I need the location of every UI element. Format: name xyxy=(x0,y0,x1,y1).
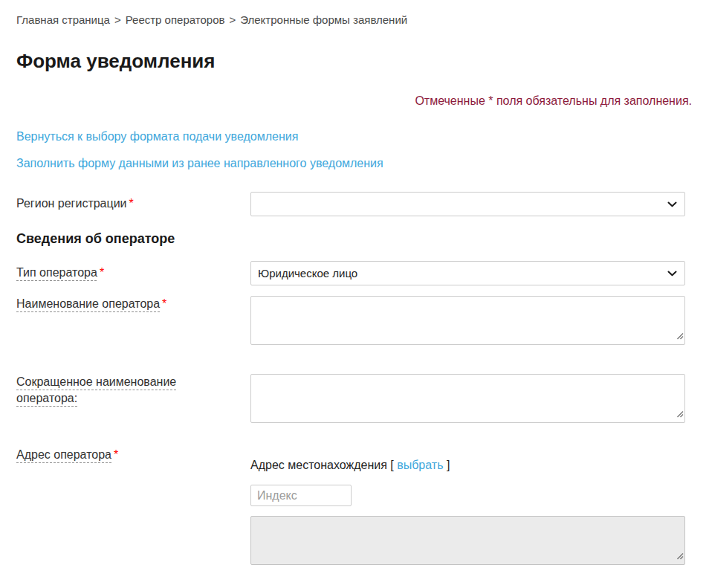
back-to-format-link[interactable]: Вернуться к выбору формата подачи уведом… xyxy=(16,129,298,144)
breadcrumb: Главная страница>Реестр операторов>Элект… xyxy=(16,13,692,28)
fill-from-previous-link[interactable]: Заполнить форму данными из ранее направл… xyxy=(16,156,383,171)
required-asterisk: * xyxy=(100,266,104,279)
required-fields-note: Отмеченные * поля обязательны для заполн… xyxy=(16,94,692,109)
required-asterisk: * xyxy=(162,297,166,310)
operator-name-label: Наименование оператора* xyxy=(16,296,250,312)
breadcrumb-electronic-forms[interactable]: Электронные формы заявлений xyxy=(240,13,407,26)
operator-name-textarea[interactable] xyxy=(250,296,685,345)
location-address-line: Адрес местонахождения [ выбрать ] xyxy=(250,458,685,473)
breadcrumb-separator: > xyxy=(229,13,236,26)
region-label: Регион регистрации* xyxy=(16,192,250,212)
operator-type-select[interactable]: Юридическое лицо xyxy=(250,261,685,285)
breadcrumb-separator: > xyxy=(114,13,121,26)
required-asterisk: * xyxy=(114,448,118,461)
address-readonly-textarea xyxy=(250,516,685,565)
region-select[interactable] xyxy=(250,192,685,216)
required-asterisk: * xyxy=(129,197,134,210)
operator-address-row: Адрес оператора* Адрес местонахождения [… xyxy=(16,447,692,565)
notification-form-page: Главная страница>Реестр операторов>Элект… xyxy=(0,0,709,587)
operator-section-title: Сведения об операторе xyxy=(16,230,692,247)
postal-code-input[interactable] xyxy=(250,485,352,506)
chevron-down-icon xyxy=(667,201,677,207)
choose-bracket-close: ] xyxy=(447,459,450,471)
operator-short-name-label: Сокращенное наименование оператора: xyxy=(16,374,250,407)
chevron-down-icon xyxy=(667,271,677,277)
operator-name-row: Наименование оператора* xyxy=(16,296,692,345)
choose-address-link[interactable]: выбрать xyxy=(397,459,443,471)
operator-type-select-value: Юридическое лицо xyxy=(258,267,357,280)
operator-address-label: Адрес оператора* xyxy=(16,447,250,463)
location-address-label: Адрес местонахождения xyxy=(250,459,387,471)
operator-type-label: Тип оператора* xyxy=(16,261,250,281)
breadcrumb-operators-registry[interactable]: Реестр операторов xyxy=(126,13,225,26)
choose-bracket-open: [ xyxy=(390,459,393,471)
operator-short-name-row: Сокращенное наименование оператора: xyxy=(16,374,692,423)
page-title: Форма уведомления xyxy=(16,51,692,72)
region-row: Регион регистрации* xyxy=(16,192,692,216)
operator-type-row: Тип оператора* Юридическое лицо xyxy=(16,261,692,285)
breadcrumb-home[interactable]: Главная страница xyxy=(16,13,110,26)
operator-short-name-textarea[interactable] xyxy=(250,374,685,423)
